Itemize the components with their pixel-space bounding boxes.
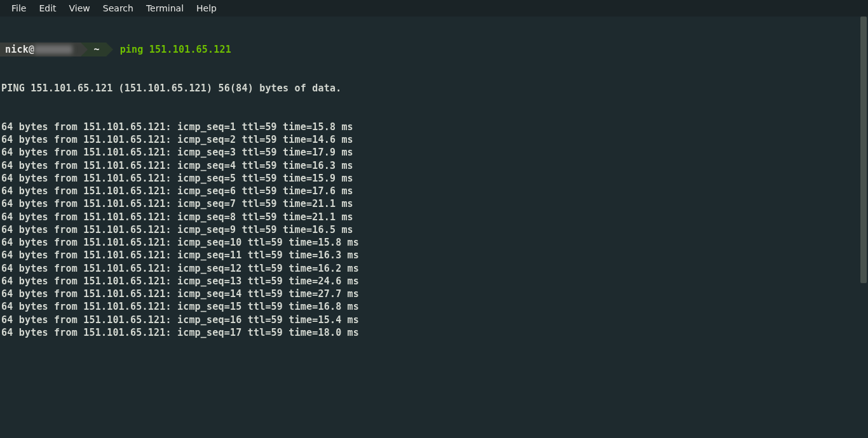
ping-response-line: 64 bytes from 151.101.65.121: icmp_seq=1…	[0, 236, 868, 249]
prompt-command: ping 151.101.65.121	[106, 43, 231, 56]
ping-response-line: 64 bytes from 151.101.65.121: icmp_seq=1…	[0, 326, 868, 339]
ping-response-line: 64 bytes from 151.101.65.121: icmp_seq=3…	[0, 146, 868, 159]
terminal-output[interactable]: nick@ ~ ping 151.101.65.121 PING 151.101…	[0, 17, 868, 352]
menu-help[interactable]: Help	[190, 1, 223, 15]
menu-terminal[interactable]: Terminal	[140, 1, 190, 15]
menu-edit[interactable]: Edit	[32, 1, 62, 15]
ping-response-line: 64 bytes from 151.101.65.121: icmp_seq=2…	[0, 133, 868, 146]
ping-response-line: 64 bytes from 151.101.65.121: icmp_seq=5…	[0, 172, 868, 185]
ping-response-line: 64 bytes from 151.101.65.121: icmp_seq=9…	[0, 223, 868, 236]
menubar: File Edit View Search Terminal Help	[0, 0, 868, 17]
prompt-line: nick@ ~ ping 151.101.65.121	[0, 43, 868, 56]
ping-response-line: 64 bytes from 151.101.65.121: icmp_seq=1…	[0, 288, 868, 300]
ping-response-line: 64 bytes from 151.101.65.121: icmp_seq=1…	[0, 121, 868, 133]
menu-search[interactable]: Search	[97, 1, 140, 15]
ping-response-line: 64 bytes from 151.101.65.121: icmp_seq=1…	[0, 314, 868, 326]
menu-file[interactable]: File	[5, 1, 32, 15]
ping-response-line: 64 bytes from 151.101.65.121: icmp_seq=1…	[0, 262, 868, 275]
ping-header: PING 151.101.65.121 (151.101.65.121) 56(…	[0, 82, 868, 95]
ping-response-line: 64 bytes from 151.101.65.121: icmp_seq=7…	[0, 197, 868, 210]
ping-response-line: 64 bytes from 151.101.65.121: icmp_seq=8…	[0, 211, 868, 223]
ping-response-line: 64 bytes from 151.101.65.121: icmp_seq=1…	[0, 300, 868, 313]
scrollbar-thumb[interactable]	[860, 17, 867, 283]
ping-response-line: 64 bytes from 151.101.65.121: icmp_seq=1…	[0, 275, 868, 288]
hostname-redacted	[34, 45, 72, 54]
scrollbar[interactable]	[859, 17, 868, 438]
menu-view[interactable]: View	[63, 1, 97, 15]
ping-response-line: 64 bytes from 151.101.65.121: icmp_seq=4…	[0, 159, 868, 172]
ping-response-line: 64 bytes from 151.101.65.121: icmp_seq=1…	[0, 249, 868, 262]
ping-response-line: 64 bytes from 151.101.65.121: icmp_seq=6…	[0, 185, 868, 197]
prompt-user: nick@	[0, 43, 81, 56]
